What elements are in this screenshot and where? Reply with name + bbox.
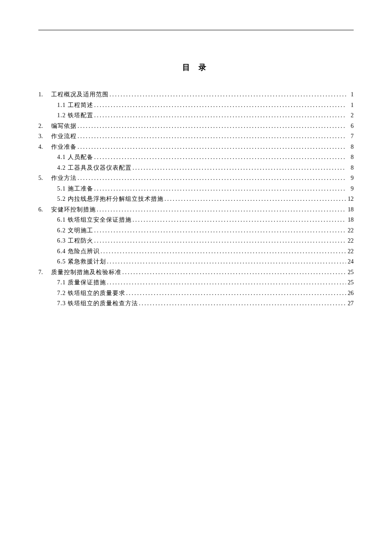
toc-label: 质量控制措施及检验标准: [51, 267, 121, 278]
toc-entry: 5.1 施工准备9: [38, 184, 354, 194]
toc-label: 5.1 施工准备: [57, 184, 93, 194]
toc-entry: 6.5 紧急救援计划24: [38, 257, 354, 267]
toc-entry: 1.1 工程简述1: [38, 100, 354, 111]
toc-entry: 5.作业方法9: [38, 173, 354, 184]
toc-leader-dots: [164, 194, 346, 205]
toc-label: 1.1 工程简述: [57, 100, 93, 111]
toc-list: 1.工程概况及适用范围11.1 工程简述11.2 铁塔配置22.编写依据63.作…: [38, 90, 354, 309]
document-page: 目 录 1.工程概况及适用范围11.1 工程简述11.2 铁塔配置22.编写依据…: [0, 0, 392, 339]
toc-label: 4.1 人员配备: [57, 152, 93, 163]
toc-leader-dots: [138, 298, 346, 309]
toc-number: 5.: [38, 173, 51, 184]
toc-number: 6.: [38, 205, 51, 215]
toc-label: 5.2 内拉线悬浮抱杆分解组立技术措施: [57, 194, 164, 205]
toc-entry: 7.1 质量保证措施25: [38, 278, 354, 288]
toc-page-number: 18: [346, 205, 354, 215]
toc-title: 目 录: [38, 62, 354, 72]
toc-page-number: 6: [346, 121, 354, 132]
toc-label: 1.2 铁塔配置: [57, 110, 93, 121]
toc-leader-dots: [96, 205, 346, 215]
toc-entry: 7.2 铁塔组立的质量要求26: [38, 288, 354, 299]
toc-page-number: 8: [346, 142, 354, 153]
toc-label: 作业方法: [51, 173, 77, 184]
toc-page-number: 1: [346, 90, 354, 100]
toc-label: 6.3 工程防火: [57, 236, 93, 246]
toc-page-number: 26: [346, 288, 354, 299]
toc-page-number: 12: [346, 194, 354, 205]
toc-entry: 1.2 铁塔配置2: [38, 110, 354, 121]
toc-entry: 3.作业流程7: [38, 131, 354, 142]
toc-entry: 6.安健环控制措施18: [38, 205, 354, 215]
toc-entry: 5.2 内拉线悬浮抱杆分解组立技术措施12: [38, 194, 354, 205]
toc-label: 6.4 危险点辨识: [57, 246, 100, 257]
toc-entry: 4.1 人员配备8: [38, 152, 354, 163]
toc-page-number: 25: [346, 278, 354, 288]
toc-page-number: 1: [346, 100, 354, 111]
toc-label: 7.2 铁塔组立的质量要求: [57, 288, 125, 299]
toc-leader-dots: [121, 267, 346, 278]
header-rule: [38, 30, 354, 30]
toc-number: 3.: [38, 131, 51, 142]
toc-page-number: 22: [346, 236, 354, 246]
toc-label: 7.1 质量保证措施: [57, 278, 106, 288]
toc-entry: 2.编写依据6: [38, 121, 354, 132]
toc-label: 工程概况及适用范围: [51, 90, 109, 100]
toc-page-number: 9: [346, 173, 354, 184]
toc-label: 6.5 紧急救援计划: [57, 257, 106, 267]
toc-page-number: 27: [346, 298, 354, 309]
toc-leader-dots: [77, 121, 346, 132]
toc-page-number: 24: [346, 257, 354, 267]
toc-leader-dots: [93, 110, 346, 121]
toc-leader-dots: [132, 163, 346, 173]
toc-leader-dots: [93, 152, 346, 163]
toc-number: 1.: [38, 90, 51, 100]
toc-page-number: 8: [346, 152, 354, 163]
toc-leader-dots: [77, 131, 346, 142]
toc-label: 6.2 文明施工: [57, 225, 93, 236]
toc-number: 4.: [38, 142, 51, 153]
toc-label: 4.2 工器具及仪器仪表配置: [57, 163, 132, 173]
toc-entry: 7.3 铁塔组立的质量检查方法27: [38, 298, 354, 309]
toc-leader-dots: [106, 257, 346, 267]
toc-entry: 6.4 危险点辨识22: [38, 246, 354, 257]
toc-leader-dots: [125, 288, 346, 299]
toc-entry: 6.1 铁塔组立安全保证措施18: [38, 215, 354, 225]
toc-page-number: 18: [346, 215, 354, 225]
toc-page-number: 8: [346, 163, 354, 173]
toc-page-number: 2: [346, 110, 354, 121]
toc-entry: 4.2 工器具及仪器仪表配置8: [38, 163, 354, 173]
toc-leader-dots: [93, 236, 346, 246]
toc-label: 编写依据: [51, 121, 77, 132]
toc-leader-dots: [77, 173, 346, 184]
toc-label: 作业准备: [51, 142, 77, 153]
toc-page-number: 25: [346, 267, 354, 278]
toc-number: 7.: [38, 267, 51, 278]
toc-leader-dots: [106, 278, 346, 288]
toc-entry: 4.作业准备8: [38, 142, 354, 153]
toc-leader-dots: [132, 215, 346, 225]
toc-page-number: 22: [346, 225, 354, 236]
toc-leader-dots: [109, 90, 346, 100]
toc-leader-dots: [93, 225, 346, 236]
toc-page-number: 9: [346, 184, 354, 194]
toc-leader-dots: [93, 184, 346, 194]
toc-entry: 6.2 文明施工22: [38, 225, 354, 236]
toc-number: 2.: [38, 121, 51, 132]
toc-label: 6.1 铁塔组立安全保证措施: [57, 215, 132, 225]
toc-leader-dots: [93, 100, 346, 111]
toc-leader-dots: [100, 246, 346, 257]
toc-page-number: 22: [346, 246, 354, 257]
toc-entry: 1.工程概况及适用范围1: [38, 90, 354, 100]
toc-entry: 7.质量控制措施及检验标准25: [38, 267, 354, 278]
toc-entry: 6.3 工程防火22: [38, 236, 354, 246]
toc-label: 安健环控制措施: [51, 205, 96, 215]
toc-label: 7.3 铁塔组立的质量检查方法: [57, 298, 138, 309]
toc-page-number: 7: [346, 131, 354, 142]
toc-leader-dots: [77, 142, 346, 153]
toc-label: 作业流程: [51, 131, 77, 142]
